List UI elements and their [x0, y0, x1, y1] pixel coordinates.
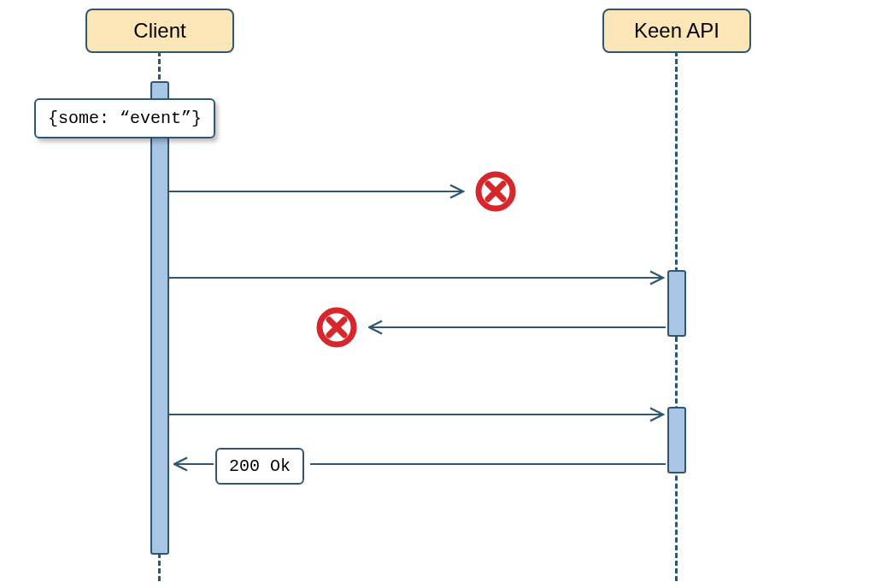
note-ok: 200 Ok: [215, 448, 304, 485]
activation-client: [150, 81, 169, 555]
arrows-overlay: [0, 0, 875, 588]
sequence-diagram: Client Keen API {some: “event”} 200 Ok: [0, 0, 875, 588]
activation-server-1: [667, 270, 686, 337]
participant-server: Keen API: [602, 9, 751, 53]
participant-client: Client: [85, 9, 234, 53]
note-event: {some: “event”}: [34, 98, 215, 138]
svg-point-3: [320, 310, 354, 344]
error-icon: [479, 174, 513, 209]
error-icon: [320, 310, 354, 344]
svg-line-4: [329, 320, 344, 335]
activation-server-2: [667, 407, 686, 473]
svg-point-0: [479, 174, 513, 209]
svg-line-5: [329, 320, 344, 335]
svg-line-1: [488, 184, 503, 199]
svg-line-2: [488, 184, 503, 199]
